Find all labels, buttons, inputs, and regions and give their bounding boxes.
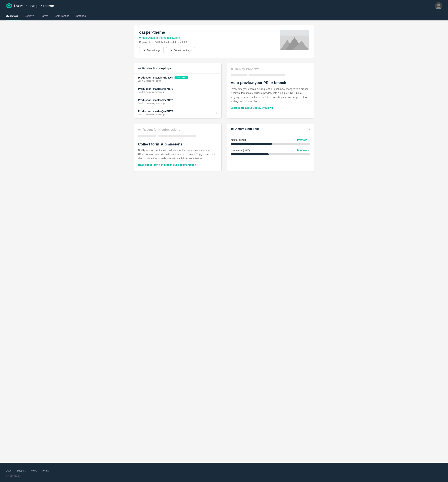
split-test-content: master (52%) Preview → comments (48%) Pr…: [227, 134, 314, 161]
deploy-2-title: Production: master@ee7f172: [138, 99, 173, 102]
top-bar-left: Netlify > casper-theme: [6, 2, 54, 9]
avatar[interactable]: [435, 2, 442, 9]
forms-skel-1: [138, 135, 156, 137]
forms-header: ✉ Recent form submissions: [138, 128, 217, 132]
deploy-2-sub: Jun 22: No deploy message: [138, 102, 173, 104]
sub-nav: Overview Deploys Forms Split Testing Set…: [0, 12, 448, 20]
netlify-brand[interactable]: Netlify: [6, 2, 23, 9]
deploy-item-1[interactable]: Production: master@ee7f172 Jun 26: No de…: [134, 85, 221, 96]
footer-link-support[interactable]: Support: [17, 469, 25, 472]
production-deploys-title: ⊸ Production deploys: [138, 67, 171, 70]
site-buttons: ⚙ Site settings ⚙ Domain settings: [139, 47, 280, 53]
deploy-1-chevron: ›: [216, 89, 217, 92]
deploy-previews-promo-desc: Every time you open a pull request, or p…: [231, 87, 310, 103]
deploy-item-0[interactable]: Production: master@8f74e5a PUBLISHED Jul…: [134, 74, 221, 85]
deploy-0-chevron: ›: [216, 78, 217, 81]
split-test-chevron: ›: [309, 127, 310, 131]
site-card: casper-theme https://casper-theme.netlif…: [134, 25, 314, 58]
netlify-logo-icon: [6, 2, 12, 9]
deploy-0-sub: Jul 3: Update index.html: [138, 80, 188, 82]
site-meta: Deploys from GitHub. Last update on Jul …: [139, 41, 280, 44]
branch-icon: ⊸: [138, 67, 141, 70]
skeleton-bar-1: [231, 74, 247, 76]
split-branch-0-name: master (52%): [231, 138, 246, 141]
deploy-item-3[interactable]: Production: master@ee7f172 Jun 22: No de…: [134, 107, 221, 118]
production-deploys-header: ⊸ Production deploys ›: [134, 63, 221, 74]
preview-mountains-svg: [280, 30, 309, 50]
split-branch-0-header: master (52%) Preview →: [231, 138, 310, 141]
nav-forms[interactable]: Forms: [37, 12, 52, 20]
forms-skeleton: [138, 135, 217, 138]
site-preview-thumbnail: [280, 30, 309, 50]
deploy-preview-icon: ⧉: [231, 67, 233, 71]
forms-skel-2: [159, 135, 196, 137]
site-url-link[interactable]: https://casper-theme.netlify.com: [139, 36, 280, 39]
svg-point-4: [437, 4, 440, 6]
split-test-header[interactable]: ⇌ Active Split Test ›: [227, 124, 314, 134]
row-1: ⊸ Production deploys › Production: maste…: [134, 63, 314, 119]
gear-icon-site: ⚙: [143, 49, 145, 52]
deploy-2-chevron: ›: [216, 100, 217, 103]
deploy-previews-link[interactable]: Learn more about Deploy Previews →: [231, 106, 276, 109]
forms-promo-title: Collect form submissions: [138, 142, 217, 146]
forms-promo-desc: Netlify supports automatic collection of…: [138, 148, 217, 160]
footer-copyright: © 2017 Netlify: [6, 475, 442, 478]
forms-icon: ✉: [138, 128, 141, 132]
deploy-3-sub: Jun 22: No deploy message: [138, 113, 173, 116]
footer-links: Docs Support News Terms: [6, 469, 442, 472]
forms-section-title: Recent form submissions: [143, 128, 180, 132]
footer-link-news[interactable]: News: [31, 469, 37, 472]
nav-split-testing[interactable]: Split Testing: [52, 12, 73, 20]
deploy-previews-title-label: Deploy Previews: [235, 67, 259, 71]
split-icon: ⇌: [231, 127, 233, 131]
deploy-item-2[interactable]: Production: master@ee7f172 Jun 22: No de…: [134, 96, 221, 107]
netlify-label: Netlify: [14, 4, 23, 8]
site-url-dot: [139, 37, 141, 39]
site-title: casper-theme: [30, 4, 54, 8]
forms-link[interactable]: Read about form handling in our document…: [138, 163, 199, 166]
split-branch-1-name: comments (48%): [231, 149, 250, 152]
skeleton-bar-2: [249, 74, 285, 76]
top-bar: Netlify > casper-theme: [0, 0, 448, 12]
deploy-1-title: Production: master@ee7f172: [138, 87, 173, 90]
split-test-title: ⇌ Active Split Test: [231, 127, 259, 131]
split-test-card: ⇌ Active Split Test › master (52%) Previ…: [227, 124, 314, 172]
main-content: casper-theme https://casper-theme.netlif…: [128, 20, 320, 463]
site-url-text: https://casper-theme.netlify.com: [142, 36, 180, 39]
footer-link-terms[interactable]: Terms: [42, 469, 49, 472]
site-card-title: casper-theme: [139, 30, 280, 35]
split-branch-1-progress-fill: [231, 153, 269, 155]
deploy-1-sub: Jun 26: No deploy message: [138, 91, 173, 93]
deploy-previews-card: ⧉ Deploy Previews Auto-preview your PR o…: [227, 63, 314, 119]
breadcrumb-sep: >: [25, 4, 27, 8]
split-branch-1: comments (48%) Preview →: [231, 149, 310, 155]
site-card-info: casper-theme https://casper-theme.netlif…: [139, 30, 280, 53]
deploy-3-title: Production: master@ee7f172: [138, 110, 173, 113]
svg-rect-11: [280, 30, 309, 35]
deploy-previews-promo-title: Auto-preview your PR or branch: [231, 81, 310, 85]
footer-link-docs[interactable]: Docs: [6, 469, 12, 472]
deploy-previews-skeleton: [231, 74, 310, 77]
row-2: ✉ Recent form submissions Collect form s…: [134, 124, 314, 172]
split-branch-1-progress-bg: [231, 153, 310, 155]
deploy-3-chevron: ›: [216, 111, 217, 114]
nav-deploys[interactable]: Deploys: [21, 12, 37, 20]
split-branch-0-progress-bg: [231, 143, 310, 145]
avatar-image: [435, 2, 442, 9]
nav-overview[interactable]: Overview: [6, 12, 21, 20]
published-badge: PUBLISHED: [175, 76, 188, 79]
deploy-previews-header: ⧉ Deploy Previews: [231, 67, 310, 71]
domain-settings-label: Domain settings: [173, 49, 192, 52]
domain-settings-button[interactable]: ⚙ Domain settings: [166, 47, 195, 53]
production-deploys-card: ⊸ Production deploys › Production: maste…: [134, 63, 222, 119]
footer: Docs Support News Terms © 2017 Netlify: [0, 463, 448, 482]
deploys-chevron: ›: [216, 66, 217, 70]
nav-settings[interactable]: Settings: [73, 12, 89, 20]
deploy-0-title: Production: master@8f74e5a: [138, 76, 173, 79]
site-settings-button[interactable]: ⚙ Site settings: [139, 47, 164, 53]
split-branch-0: master (52%) Preview →: [231, 138, 310, 145]
forms-card: ✉ Recent form submissions Collect form s…: [134, 124, 222, 172]
split-test-title-label: Active Split Test: [235, 127, 259, 131]
split-branch-1-preview[interactable]: Preview →: [297, 149, 310, 152]
split-branch-0-preview[interactable]: Preview →: [297, 138, 310, 141]
